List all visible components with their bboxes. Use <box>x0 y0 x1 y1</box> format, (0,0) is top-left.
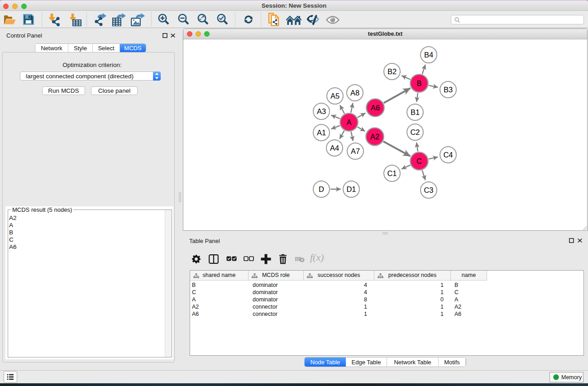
svg-text:A4: A4 <box>330 144 339 152</box>
svg-text:A6: A6 <box>371 104 380 112</box>
svg-text:C: C <box>416 157 422 165</box>
svg-text:A5: A5 <box>330 92 339 100</box>
svg-text:C3: C3 <box>424 186 433 194</box>
svg-text:B1: B1 <box>411 108 420 116</box>
svg-text:B: B <box>416 79 421 87</box>
svg-text:C4: C4 <box>443 151 453 159</box>
svg-text:B2: B2 <box>387 67 397 76</box>
svg-text:B4: B4 <box>424 51 433 59</box>
svg-text:B3: B3 <box>444 86 453 94</box>
svg-text:A2: A2 <box>370 133 379 141</box>
svg-text:A8: A8 <box>350 89 359 97</box>
svg-text:A3: A3 <box>317 107 326 115</box>
svg-text:D1: D1 <box>346 185 356 193</box>
svg-text:C1: C1 <box>387 169 397 177</box>
svg-text:A1: A1 <box>317 129 326 137</box>
svg-text:D: D <box>319 185 324 193</box>
svg-text:A: A <box>346 118 351 126</box>
svg-text:A7: A7 <box>351 147 360 155</box>
svg-text:C2: C2 <box>410 128 420 136</box>
